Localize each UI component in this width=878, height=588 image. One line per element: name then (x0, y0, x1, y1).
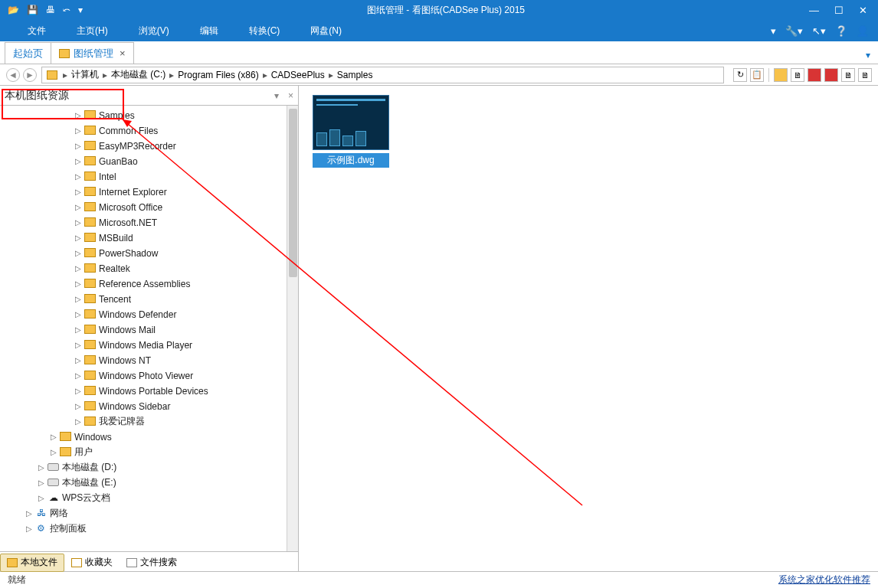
tree-item[interactable]: ▷☁WPS云文档 (0, 490, 298, 505)
crumb-drive[interactable]: 本地磁盘 (C:) (110, 68, 167, 81)
expand-icon[interactable]: ▷ (74, 402, 82, 410)
expand-icon[interactable]: ▷ (74, 234, 82, 242)
pointer-icon[interactable]: ↖▾ (812, 25, 826, 37)
tree-item[interactable]: ▷Microsoft.NET (0, 214, 298, 230)
tree-item[interactable]: ▷🖧网络 (0, 505, 298, 521)
expand-icon[interactable]: ▷ (74, 203, 82, 211)
expand-icon[interactable]: ▷ (74, 111, 82, 119)
tabbar-dropdown-icon[interactable]: ▾ (858, 47, 878, 64)
expand-icon[interactable]: ▷ (74, 126, 82, 135)
tree-item[interactable]: ▷Tencent (0, 291, 298, 306)
tree-item[interactable]: ▷Windows Mail (0, 322, 298, 337)
tree-item[interactable]: ▷PowerShadow (0, 245, 298, 260)
expand-icon[interactable]: ▷ (74, 188, 82, 196)
crumb-programfiles[interactable]: Program Files (x86) (176, 70, 260, 80)
expand-icon[interactable]: ▷ (49, 448, 57, 456)
panel-tab-fav[interactable]: 收藏夹 (64, 554, 120, 572)
expand-icon[interactable]: ▷ (74, 295, 82, 303)
expand-icon[interactable]: ▷ (37, 494, 45, 502)
crumb-samples[interactable]: Samples (336, 70, 375, 80)
refresh-icon[interactable]: ↻ (733, 68, 747, 82)
menu-home[interactable]: 主页(H) (61, 24, 123, 38)
tree-item[interactable]: ▷Common Files (0, 122, 298, 138)
user-icon[interactable]: 👤 (857, 25, 869, 37)
expand-icon[interactable]: ▷ (37, 463, 45, 472)
tool-icon-1[interactable] (774, 68, 788, 82)
tree-item[interactable]: ▷Samples (0, 107, 298, 122)
panel-tab-local[interactable]: 本地文件 (0, 554, 64, 572)
tree-item[interactable]: ▷Windows Photo Viewer (0, 368, 298, 383)
print-icon[interactable]: 🖶 (46, 5, 55, 15)
save-icon[interactable]: 💾 (27, 5, 38, 15)
tree-item[interactable]: ▷Intel (0, 168, 298, 184)
expand-icon[interactable]: ▷ (74, 387, 82, 395)
crumb-computer[interactable]: 计算机 (70, 68, 100, 81)
expand-icon[interactable]: ▷ (74, 371, 82, 380)
menu-file[interactable]: 文件 (12, 24, 61, 38)
expand-icon[interactable]: ▷ (74, 310, 82, 318)
tree-item[interactable]: ▷用户 (0, 444, 298, 459)
expand-icon[interactable]: ▷ (74, 356, 82, 364)
minimize-button[interactable]: — (809, 5, 819, 16)
tree-item[interactable]: ▷Reference Assemblies (0, 276, 298, 291)
tree-item[interactable]: ▷MSBuild (0, 230, 298, 245)
expand-icon[interactable]: ▷ (49, 433, 57, 441)
tree-item[interactable]: ▷Windows NT (0, 352, 298, 368)
tree-item[interactable]: ▷Windows Media Player (0, 337, 298, 352)
file-pane[interactable]: 示例图.dwg (299, 86, 878, 571)
menu-dropdown-icon[interactable]: ▾ (771, 25, 776, 37)
tab-close-icon[interactable]: × (120, 47, 126, 59)
expand-icon[interactable]: ▷ (25, 524, 33, 533)
expand-icon[interactable]: ▷ (74, 218, 82, 227)
tree-item[interactable]: ▷本地磁盘 (D:) (0, 459, 298, 475)
expand-icon[interactable]: ▷ (74, 325, 82, 334)
menu-view[interactable]: 浏览(V) (123, 24, 185, 38)
copy-path-icon[interactable]: 📋 (750, 68, 764, 82)
tree-item[interactable]: ▷Realtek (0, 260, 298, 276)
expand-icon[interactable]: ▷ (74, 341, 82, 349)
tab-drawings[interactable]: 图纸管理 × (51, 42, 134, 64)
open-icon[interactable]: 📂 (8, 5, 19, 15)
sidebar-menu-icon[interactable]: ▾ (270, 90, 283, 101)
tree-scrollbar[interactable] (287, 106, 298, 551)
tool-icon-5[interactable]: 🗎 (841, 68, 855, 82)
tree-item[interactable]: ▷⚙控制面板 (0, 521, 298, 536)
tree-item[interactable]: ▷Internet Explorer (0, 184, 298, 199)
expand-icon[interactable]: ▷ (74, 417, 82, 426)
tree-item[interactable]: ▷Windows (0, 429, 298, 444)
expand-icon[interactable]: ▷ (74, 157, 82, 165)
tree-item[interactable]: ▷Windows Defender (0, 306, 298, 322)
tree-item[interactable]: ▷我爱记牌器 (0, 413, 298, 429)
tree-item[interactable]: ▷Microsoft Office (0, 199, 298, 214)
close-button[interactable]: ✕ (859, 5, 867, 16)
panel-tab-search[interactable]: 文件搜索 (120, 554, 184, 572)
file-item[interactable]: 示例图.dwg (313, 95, 389, 168)
status-link[interactable]: 系统之家优化软件推荐 (778, 573, 870, 586)
tool-icon-3[interactable] (808, 68, 821, 82)
tool-icon-2[interactable]: 🗎 (791, 68, 804, 82)
expand-icon[interactable]: ▷ (25, 509, 33, 518)
address-bar[interactable]: ▸ 计算机 ▸ 本地磁盘 (C:) ▸ Program Files (x86) … (41, 67, 724, 83)
expand-icon[interactable]: ▷ (74, 264, 82, 273)
expand-icon[interactable]: ▷ (37, 479, 45, 487)
sidebar-close-icon[interactable]: × (283, 90, 298, 101)
menu-convert[interactable]: 转换(C) (234, 24, 296, 38)
tree-item[interactable]: ▷GuanBao (0, 153, 298, 168)
tree-item[interactable]: ▷EasyMP3Recorder (0, 138, 298, 153)
prev-icon[interactable]: ⤺ (63, 5, 70, 15)
tree-item[interactable]: ▷本地磁盘 (E:) (0, 475, 298, 490)
expand-icon[interactable]: ▷ (74, 142, 82, 150)
crumb-app[interactable]: CADSeePlus (270, 70, 326, 80)
tool-icon-4[interactable] (824, 68, 838, 82)
wrench-icon[interactable]: 🔧▾ (785, 25, 803, 37)
nav-forward-button[interactable]: ► (23, 68, 37, 82)
help-icon[interactable]: ❔ (835, 25, 847, 37)
maximize-button[interactable]: ☐ (834, 5, 844, 16)
expand-icon[interactable]: ▷ (74, 249, 82, 257)
tool-icon-6[interactable]: 🗎 (858, 68, 872, 82)
tree-item[interactable]: ▷Windows Portable Devices (0, 383, 298, 398)
nav-back-button[interactable]: ◄ (6, 68, 20, 82)
expand-icon[interactable]: ▷ (74, 279, 82, 288)
tab-start[interactable]: 起始页 (5, 42, 51, 64)
menu-netdisk[interactable]: 网盘(N) (295, 24, 357, 38)
